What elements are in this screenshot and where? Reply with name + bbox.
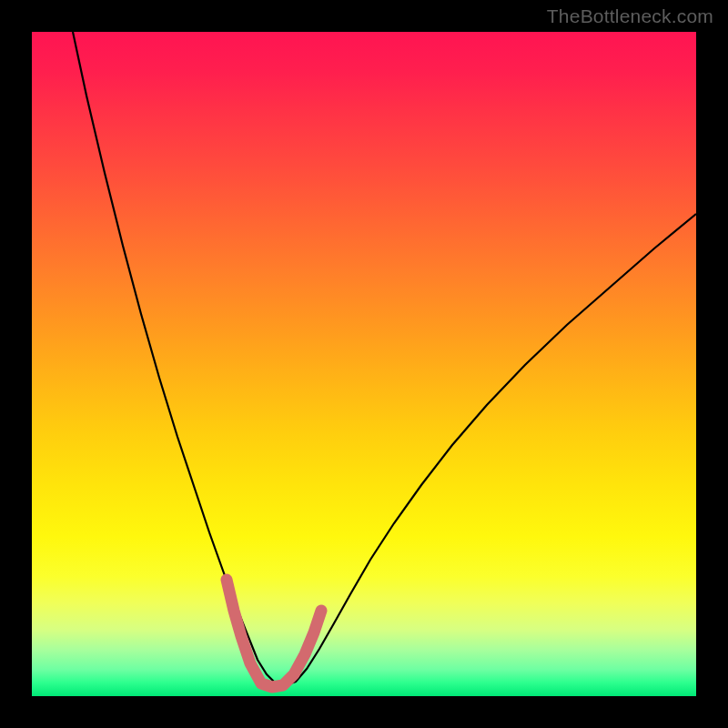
valley-highlight — [227, 580, 321, 687]
chart-svg — [32, 32, 696, 696]
watermark-text: TheBottleneck.com — [547, 5, 713, 27]
chart-frame: TheBottleneck.com — [0, 0, 728, 728]
plot-area — [32, 32, 696, 696]
bottleneck-curve — [73, 32, 696, 685]
